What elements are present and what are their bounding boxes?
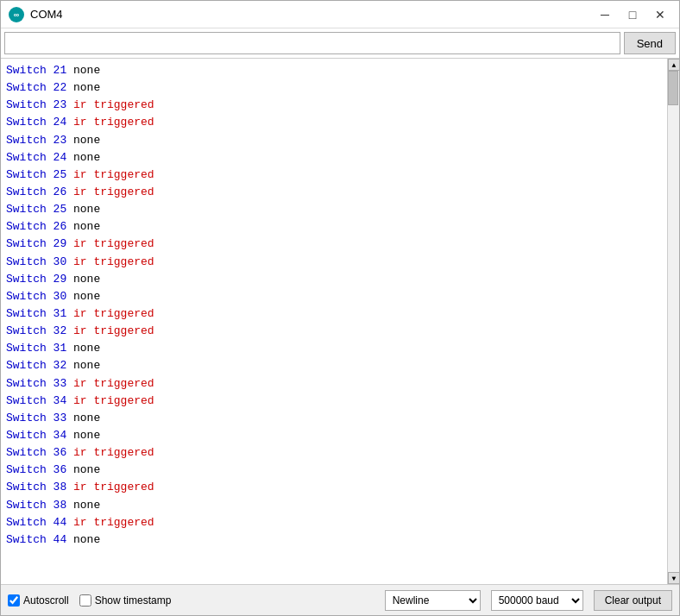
minimize-button[interactable]: ─ <box>593 5 617 24</box>
list-item: Switch 32 ir triggered <box>6 323 662 340</box>
scroll-up-button[interactable]: ▲ <box>668 59 679 71</box>
list-item: Switch 23 ir triggered <box>6 97 662 114</box>
list-item: Switch 32 none <box>6 357 662 374</box>
list-item: Switch 33 ir triggered <box>6 375 662 393</box>
status-bar: Autoscroll Show timestamp No line ending… <box>1 584 679 615</box>
list-item: Switch 34 ir triggered <box>6 393 662 410</box>
list-item: Switch 22 none <box>6 79 662 97</box>
timestamp-checkbox[interactable] <box>79 594 91 607</box>
clear-output-button[interactable]: Clear output <box>594 590 672 611</box>
autoscroll-checkbox[interactable] <box>8 594 20 607</box>
list-item: Switch 38 ir triggered <box>6 479 662 496</box>
main-window: ∞ COM4 ─ □ ✕ Send Switch 21 noneSwitch 2… <box>0 0 680 616</box>
window-title: COM4 <box>30 8 593 21</box>
timestamp-label[interactable]: Show timestamp <box>95 594 172 607</box>
list-item: Switch 29 none <box>6 271 662 288</box>
list-item: Switch 21 none <box>6 62 662 79</box>
list-item: Switch 36 ir triggered <box>6 444 662 462</box>
list-item: Switch 44 none <box>6 531 662 549</box>
window-controls: ─ □ ✕ <box>593 5 672 24</box>
scrollbar[interactable]: ▲ ▼ <box>667 59 679 584</box>
svg-text:∞: ∞ <box>14 10 20 19</box>
send-button[interactable]: Send <box>624 32 676 54</box>
list-item: Switch 34 none <box>6 427 662 444</box>
output-area: Switch 21 noneSwitch 22 noneSwitch 23 ir… <box>1 59 679 584</box>
autoscroll-group: Autoscroll <box>8 594 69 607</box>
list-item: Switch 44 ir triggered <box>6 514 662 531</box>
scrollbar-thumb-area <box>668 71 679 572</box>
list-item: Switch 30 ir triggered <box>6 254 662 271</box>
list-item: Switch 36 none <box>6 462 662 479</box>
serial-input[interactable] <box>4 32 620 54</box>
scrollbar-thumb[interactable] <box>668 71 678 105</box>
newline-dropdown[interactable]: No line endingNewlineCarriage returnBoth… <box>385 590 481 611</box>
list-item: Switch 24 none <box>6 149 662 167</box>
baud-dropdown[interactable]: 300 baud1200 baud2400 baud4800 baud9600 … <box>491 590 583 611</box>
list-item: Switch 25 ir triggered <box>6 167 662 184</box>
list-item: Switch 33 none <box>6 410 662 427</box>
list-item: Switch 23 none <box>6 132 662 149</box>
list-item: Switch 24 ir triggered <box>6 114 662 131</box>
scroll-down-button[interactable]: ▼ <box>668 572 679 584</box>
autoscroll-label[interactable]: Autoscroll <box>23 594 69 607</box>
list-item: Switch 31 none <box>6 340 662 357</box>
arduino-logo: ∞ <box>8 6 25 23</box>
list-item: Switch 25 none <box>6 201 662 218</box>
timestamp-group: Show timestamp <box>79 594 172 607</box>
list-item: Switch 29 ir triggered <box>6 236 662 253</box>
maximize-button[interactable]: □ <box>620 5 645 24</box>
list-item: Switch 26 none <box>6 218 662 236</box>
list-item: Switch 26 ir triggered <box>6 184 662 201</box>
list-item: Switch 31 ir triggered <box>6 305 662 323</box>
input-bar: Send <box>1 28 679 59</box>
list-item: Switch 38 none <box>6 497 662 514</box>
title-bar: ∞ COM4 ─ □ ✕ <box>1 1 679 28</box>
close-button[interactable]: ✕ <box>648 5 672 24</box>
serial-output[interactable]: Switch 21 noneSwitch 22 noneSwitch 23 ir… <box>1 59 667 584</box>
list-item: Switch 30 none <box>6 288 662 305</box>
